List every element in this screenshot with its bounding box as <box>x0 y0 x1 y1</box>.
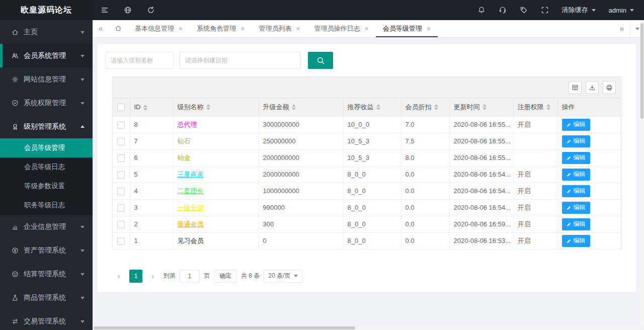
level-name-link[interactable]: 三星商家 <box>178 171 204 178</box>
level-name-link[interactable]: 见习会员 <box>178 237 204 244</box>
edit-button[interactable]: 编辑 <box>562 218 590 230</box>
sidebar-item-level-system[interactable]: 级别管理系统 <box>0 115 93 138</box>
columns-icon[interactable] <box>569 81 582 94</box>
smiley-icon <box>12 271 24 278</box>
tab-home[interactable] <box>109 20 128 37</box>
level-name-link[interactable]: 普通会员 <box>178 220 204 228</box>
home-icon <box>12 29 24 36</box>
sort-icon[interactable] <box>482 104 487 110</box>
sort-icon[interactable] <box>206 104 210 110</box>
tabs-scroll-right-button[interactable]: » <box>614 20 630 37</box>
cell-time: 2020-08-06 16:54... <box>449 166 513 183</box>
scrollbar-thumb[interactable] <box>640 23 643 119</box>
search-button[interactable] <box>308 52 333 69</box>
row-checkbox[interactable] <box>117 171 125 179</box>
chevron-down-icon <box>80 320 85 323</box>
row-checkbox[interactable] <box>117 204 125 212</box>
confirm-button[interactable]: 确定 <box>214 270 237 283</box>
prev-page-button[interactable]: ‹ <box>112 270 125 283</box>
bell-icon[interactable] <box>477 6 486 14</box>
sort-icon[interactable] <box>434 104 438 110</box>
create-date-input[interactable] <box>180 52 301 69</box>
row-checkbox[interactable] <box>117 138 125 145</box>
cell-income: 8_0_0 <box>343 199 401 216</box>
edit-button[interactable]: 编辑 <box>562 135 590 147</box>
tab-admin-list[interactable]: 管理员列表× <box>252 20 307 37</box>
page-size-select[interactable]: 20 条/页 <box>264 270 302 283</box>
close-icon[interactable]: × <box>365 25 369 32</box>
edit-button[interactable]: 编辑 <box>562 169 590 181</box>
chevron-down-icon <box>80 31 85 34</box>
cell-perm: 开启 <box>513 116 557 133</box>
sidebar-item-member-system[interactable]: 会员系统管理 <box>0 44 93 67</box>
cell-perm: 开启 <box>513 199 557 216</box>
tab-system-role[interactable]: 系统角色管理× <box>190 20 252 37</box>
current-page-button[interactable]: 1 <box>129 270 142 283</box>
tab-basic-info[interactable]: 基本信息管理× <box>128 20 190 37</box>
home-icon <box>115 25 122 33</box>
sort-icon[interactable] <box>292 104 296 110</box>
headset-icon[interactable] <box>499 6 507 14</box>
submenu-item-member-level-log[interactable]: 会员等级日志 <box>0 157 93 177</box>
row-checkbox[interactable] <box>117 121 125 129</box>
user-menu[interactable]: admin <box>609 7 634 14</box>
scrollbar-thumb[interactable] <box>94 326 355 329</box>
sidebar-item-website-info[interactable]: 网站信息管理 <box>0 67 93 91</box>
close-icon[interactable]: × <box>427 25 431 32</box>
submenu-item-position-level-log[interactable]: 职务等级日志 <box>0 196 93 215</box>
sidebar-item-system-permission[interactable]: 系统权限管理 <box>0 91 93 115</box>
tabs-scroll-left-button[interactable]: « <box>93 20 109 37</box>
edit-button[interactable]: 编辑 <box>562 202 590 214</box>
col-name: 级别名称 <box>173 98 259 116</box>
sidebar-item-goods[interactable]: 商品管理系统 <box>0 286 93 309</box>
cell-discount: 0.0 <box>401 199 449 216</box>
edit-button[interactable]: 编辑 <box>562 185 590 197</box>
edit-button[interactable]: 编辑 <box>562 235 590 247</box>
level-name-input[interactable] <box>105 52 174 69</box>
sidebar-item-asset[interactable]: 资产管理系统 <box>0 238 93 262</box>
fullscreen-icon[interactable] <box>541 6 549 14</box>
cell-perm: 开启 <box>513 232 557 249</box>
menu-toggle-icon[interactable] <box>101 6 109 14</box>
submenu-item-member-level[interactable]: 会员等级管理 <box>0 138 93 157</box>
vertical-scrollbar[interactable] <box>640 20 644 326</box>
row-checkbox[interactable] <box>117 237 125 245</box>
print-icon[interactable] <box>603 81 616 94</box>
level-name-link[interactable]: 钻石 <box>178 137 191 145</box>
tab-member-level[interactable]: 会员等级管理× <box>376 20 438 37</box>
tag-icon[interactable] <box>520 6 528 14</box>
select-all-checkbox[interactable] <box>117 104 125 111</box>
sort-icon[interactable] <box>143 105 147 111</box>
next-page-button[interactable]: › <box>146 270 159 283</box>
level-name-link[interactable]: 二星团长 <box>178 187 204 195</box>
member-level-card: ID 级别名称 升级金额 推荐收益 会员折扣 更新时间 注册权限 操作 <box>98 44 636 292</box>
sort-icon[interactable] <box>546 104 550 110</box>
level-name-link[interactable]: 总代理 <box>178 121 197 128</box>
row-checkbox[interactable] <box>117 221 125 228</box>
close-icon[interactable]: × <box>296 25 300 32</box>
chevron-down-icon <box>80 273 85 276</box>
row-checkbox[interactable] <box>117 188 125 195</box>
sidebar-item-enterprise-info[interactable]: 企业信息管理 <box>0 215 93 238</box>
level-name-link[interactable]: 铂金 <box>178 154 191 161</box>
sidebar-item-trade[interactable]: 交易管理系统 <box>0 309 93 330</box>
level-name-link[interactable]: 一级分销 <box>178 204 204 211</box>
sidebar-item-settlement[interactable]: 结算管理系统 <box>0 262 93 286</box>
export-icon[interactable] <box>586 81 599 94</box>
tab-admin-log[interactable]: 管理员操作日志× <box>307 20 376 37</box>
sidebar-item-home[interactable]: 主页 <box>0 20 93 44</box>
edit-button[interactable]: 编辑 <box>562 152 590 164</box>
clear-cache-button[interactable]: 清除缓存 <box>562 6 596 15</box>
cell-id: 6 <box>130 149 173 166</box>
sort-icon[interactable] <box>376 104 380 110</box>
row-checkbox[interactable] <box>117 154 125 162</box>
goto-page-input[interactable] <box>180 270 200 283</box>
cell-amount: 2000000000 <box>259 166 343 183</box>
submenu-item-level-params[interactable]: 等级参数设置 <box>0 177 93 196</box>
globe-icon[interactable] <box>124 6 132 14</box>
close-icon[interactable]: × <box>179 25 183 32</box>
close-icon[interactable]: × <box>240 25 245 32</box>
refresh-icon[interactable] <box>147 6 155 14</box>
edit-button[interactable]: 编辑 <box>562 119 590 131</box>
horizontal-scrollbar[interactable] <box>93 326 640 330</box>
